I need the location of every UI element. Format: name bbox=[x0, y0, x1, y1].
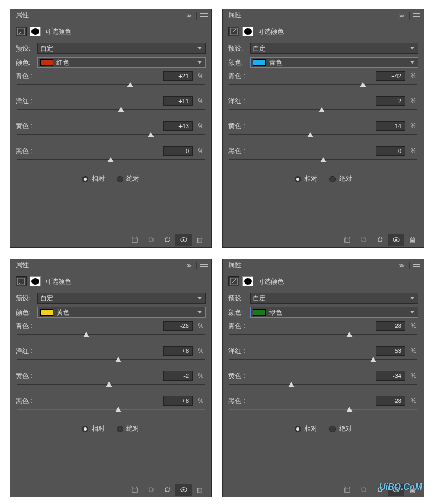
cyan-slider[interactable] bbox=[229, 82, 417, 92]
previous-icon[interactable] bbox=[355, 484, 372, 496]
absolute-radio[interactable]: 绝对 bbox=[117, 424, 139, 433]
black-value[interactable]: +8 bbox=[163, 396, 193, 406]
yellow-value[interactable]: -2 bbox=[163, 371, 193, 381]
cyan-value[interactable]: +42 bbox=[376, 71, 405, 81]
black-slider[interactable] bbox=[229, 157, 417, 167]
cyan-value[interactable]: -26 bbox=[163, 321, 193, 331]
cyan-value[interactable]: +28 bbox=[376, 321, 405, 331]
magenta-slider[interactable] bbox=[17, 107, 205, 117]
magenta-value[interactable]: +11 bbox=[163, 96, 193, 106]
yellow-slider[interactable] bbox=[17, 382, 205, 392]
magenta-slider[interactable] bbox=[17, 357, 205, 367]
visibility-icon[interactable] bbox=[175, 484, 192, 496]
reset-icon[interactable] bbox=[159, 484, 175, 496]
relative-radio[interactable]: 相对 bbox=[295, 424, 317, 433]
preset-select[interactable]: 自定 bbox=[37, 293, 206, 304]
adjustment-icon bbox=[228, 27, 239, 36]
cyan-label: 青色 : bbox=[228, 322, 252, 331]
menu-icon[interactable] bbox=[200, 13, 208, 18]
black-slider[interactable] bbox=[17, 157, 205, 167]
black-row: 黑色 : 0 % bbox=[16, 146, 206, 156]
color-select[interactable]: 黄色 bbox=[37, 307, 206, 318]
preset-row: 预设: 自定 bbox=[228, 293, 418, 304]
preset-label: 预设: bbox=[228, 294, 247, 303]
cyan-slider[interactable] bbox=[229, 332, 417, 342]
preset-select[interactable]: 自定 bbox=[250, 293, 418, 304]
visibility-icon[interactable] bbox=[175, 234, 192, 246]
preset-select[interactable]: 自定 bbox=[250, 43, 418, 54]
absolute-radio[interactable]: 绝对 bbox=[117, 174, 139, 184]
relative-radio[interactable]: 相对 bbox=[82, 424, 105, 433]
yellow-slider[interactable] bbox=[17, 132, 205, 142]
clip-icon[interactable] bbox=[339, 234, 355, 246]
menu-icon[interactable] bbox=[413, 263, 420, 268]
absolute-radio[interactable]: 绝对 bbox=[329, 424, 352, 433]
color-select[interactable]: 绿色 bbox=[250, 307, 418, 318]
relative-radio[interactable]: 相对 bbox=[295, 174, 317, 184]
color-select[interactable]: 红色 bbox=[37, 57, 206, 68]
trash-icon[interactable] bbox=[192, 484, 208, 496]
black-label: 黑色 : bbox=[16, 147, 40, 156]
black-slider[interactable] bbox=[229, 407, 417, 417]
relative-radio[interactable]: 相对 bbox=[82, 174, 105, 184]
previous-icon[interactable] bbox=[355, 234, 372, 246]
color-name: 青色 bbox=[269, 58, 282, 67]
yellow-row: 黄色 : -34 % bbox=[228, 371, 418, 381]
preset-label: 预设: bbox=[16, 44, 34, 53]
panel-subtitle: 可选颜色 bbox=[258, 277, 284, 286]
preset-select[interactable]: 自定 bbox=[37, 43, 206, 54]
black-label: 黑色 : bbox=[228, 396, 252, 406]
panel-subtitle: 可选颜色 bbox=[258, 27, 284, 36]
collapse-icon[interactable]: >> bbox=[186, 262, 190, 269]
cyan-slider[interactable] bbox=[17, 82, 205, 92]
visibility-icon[interactable] bbox=[388, 234, 404, 246]
absolute-radio[interactable]: 绝对 bbox=[329, 174, 352, 184]
trash-icon[interactable] bbox=[192, 234, 208, 246]
magenta-slider[interactable] bbox=[229, 357, 417, 367]
trash-icon[interactable] bbox=[404, 234, 420, 246]
percent-label: % bbox=[196, 372, 206, 380]
previous-icon[interactable] bbox=[143, 484, 159, 496]
yellow-value[interactable]: +43 bbox=[163, 121, 193, 131]
preset-row: 预设: 自定 bbox=[16, 43, 206, 54]
magenta-value[interactable]: +53 bbox=[376, 346, 405, 356]
cyan-label: 青色 : bbox=[228, 72, 252, 81]
chevron-down-icon bbox=[197, 297, 202, 300]
yellow-slider[interactable] bbox=[229, 132, 417, 142]
previous-icon[interactable] bbox=[143, 234, 159, 246]
collapse-icon[interactable]: >> bbox=[399, 262, 403, 269]
color-select[interactable]: 青色 bbox=[250, 57, 418, 68]
cyan-label: 青色 : bbox=[16, 72, 40, 81]
cyan-value[interactable]: +21 bbox=[163, 71, 193, 81]
clip-icon[interactable] bbox=[339, 484, 355, 496]
yellow-row: 黄色 : -14 % bbox=[228, 121, 418, 131]
chevron-down-icon bbox=[197, 47, 202, 50]
black-value[interactable]: +28 bbox=[376, 396, 405, 406]
menu-icon[interactable] bbox=[200, 263, 208, 268]
reset-icon[interactable] bbox=[372, 234, 388, 246]
black-row: 黑色 : 0 % bbox=[228, 146, 418, 156]
magenta-slider[interactable] bbox=[229, 107, 417, 117]
collapse-icon[interactable]: >> bbox=[399, 12, 403, 19]
magenta-value[interactable]: -2 bbox=[376, 96, 405, 106]
collapse-icon[interactable]: >> bbox=[186, 12, 190, 19]
black-value[interactable]: 0 bbox=[376, 146, 405, 156]
color-row: 颜色: 绿色 bbox=[228, 307, 418, 318]
magenta-row: 洋红 : +11 % bbox=[16, 96, 206, 106]
cyan-slider[interactable] bbox=[17, 332, 205, 342]
clip-icon[interactable] bbox=[126, 234, 143, 246]
reset-icon[interactable] bbox=[159, 234, 175, 246]
black-value[interactable]: 0 bbox=[163, 146, 193, 156]
yellow-label: 黄色 : bbox=[16, 122, 40, 131]
black-slider[interactable] bbox=[17, 407, 205, 417]
menu-icon[interactable] bbox=[413, 13, 420, 18]
panel-titlebar: 属性 >> bbox=[223, 9, 424, 22]
chevron-down-icon bbox=[197, 61, 202, 64]
clip-icon[interactable] bbox=[126, 484, 143, 496]
yellow-slider[interactable] bbox=[229, 382, 417, 392]
percent-label: % bbox=[409, 372, 418, 380]
yellow-value[interactable]: -34 bbox=[376, 371, 405, 381]
magenta-value[interactable]: +8 bbox=[163, 346, 193, 356]
yellow-value[interactable]: -14 bbox=[376, 121, 405, 131]
panel-subheader: 可选颜色 bbox=[223, 22, 424, 41]
